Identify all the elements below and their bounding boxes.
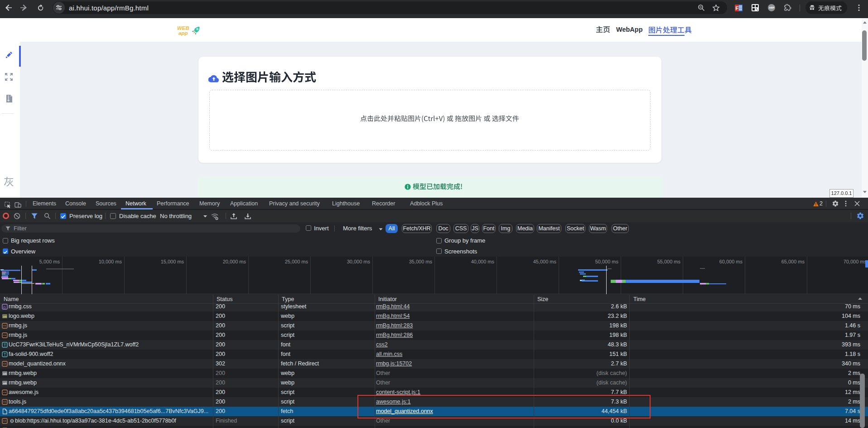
svg-text:T: T bbox=[4, 352, 6, 357]
svg-text:T: T bbox=[4, 343, 6, 347]
svg-text:{}: {} bbox=[3, 305, 6, 309]
svg-text:app: app bbox=[178, 30, 188, 36]
svg-text:F: F bbox=[736, 5, 739, 11]
